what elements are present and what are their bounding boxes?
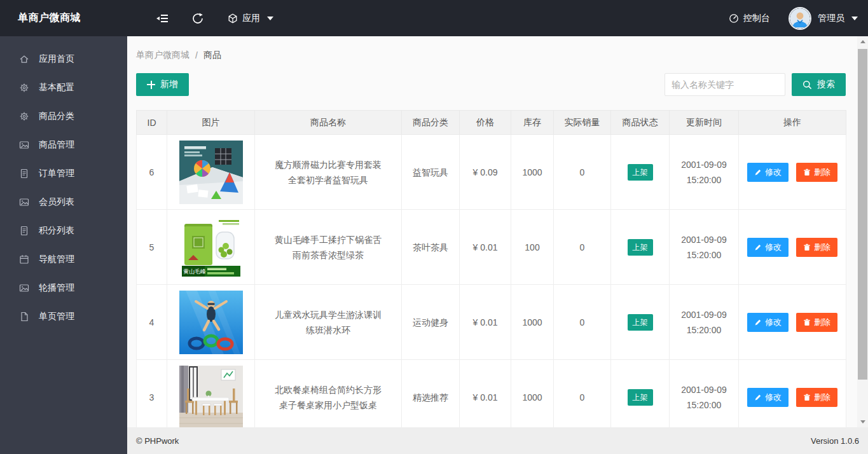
- sidebar-item-orders[interactable]: 订单管理: [0, 159, 127, 188]
- menu-fold-icon[interactable]: [156, 14, 168, 23]
- app-dropdown[interactable]: 应用: [228, 13, 273, 24]
- scrollbar-thumb[interactable]: [858, 49, 867, 380]
- user-name: 管理员: [818, 13, 844, 24]
- cell-sales: 0: [554, 360, 611, 428]
- delete-button[interactable]: 删除: [796, 163, 837, 182]
- sidebar-item-home[interactable]: 应用首页: [0, 45, 127, 73]
- sidebar-item-label: 会员列表: [39, 196, 74, 208]
- header-updated: 更新时间: [670, 111, 739, 135]
- search-button[interactable]: 搜索: [792, 73, 846, 96]
- product-image-swimming: [179, 291, 243, 354]
- cell-status: 上架: [611, 285, 670, 360]
- cell-sales: 0: [554, 285, 611, 360]
- toolbar: 新增 搜索: [136, 73, 846, 96]
- footer: © PHPwork Version 1.0.6: [127, 427, 868, 454]
- edit-button[interactable]: 修改: [747, 313, 789, 332]
- sidebar-item-label: 基本配置: [39, 82, 74, 93]
- cell-stock: 1000: [511, 360, 554, 428]
- delete-button-label: 删除: [814, 242, 830, 253]
- console-link[interactable]: 控制台: [729, 13, 770, 24]
- search-input[interactable]: [665, 73, 785, 96]
- calendar-icon: [19, 254, 29, 265]
- cell-updated: 2001-09-09 15:20:00: [670, 210, 739, 285]
- edit-button[interactable]: 修改: [747, 238, 789, 257]
- sidebar-item-pages[interactable]: 单页管理: [0, 302, 127, 331]
- sidebar-item-config[interactable]: 基本配置: [0, 73, 127, 102]
- delete-button[interactable]: 删除: [796, 313, 837, 332]
- table-row: 6: [137, 135, 846, 210]
- cell-actions: 修改 删除: [739, 135, 846, 210]
- delete-button-label: 删除: [814, 392, 830, 403]
- sidebar-item-label: 轮播管理: [39, 282, 74, 294]
- breadcrumb-separator: /: [195, 50, 198, 60]
- cell-category: 益智玩具: [402, 135, 460, 210]
- updated-time: 15:20:00: [670, 322, 738, 338]
- breadcrumb-root[interactable]: 单商户微商城: [136, 50, 189, 61]
- add-button-label: 新增: [160, 79, 178, 90]
- console-label: 控制台: [743, 13, 770, 24]
- caret-down-icon: [851, 17, 858, 20]
- add-button[interactable]: 新增: [136, 73, 189, 96]
- sidebar-item-members[interactable]: 会员列表: [0, 188, 127, 216]
- pencil-icon: [754, 244, 762, 251]
- edit-button[interactable]: 修改: [747, 388, 789, 407]
- cell-id: 5: [137, 210, 167, 285]
- cell-status: 上架: [611, 135, 670, 210]
- trash-icon: [803, 244, 811, 251]
- cell-id: 4: [137, 285, 167, 360]
- product-image-dining-table: [179, 366, 243, 428]
- cell-category: 茶叶茶具: [402, 210, 460, 285]
- cell-stock: 100: [511, 210, 554, 285]
- table-row: 5: [137, 210, 846, 285]
- image-icon: [19, 140, 29, 150]
- sidebar-item-navigation[interactable]: 导航管理: [0, 245, 127, 273]
- sidebar-item-label: 单页管理: [39, 311, 74, 322]
- cell-image: [167, 285, 255, 360]
- top-navbar: 单商户微商城 应用: [0, 0, 868, 36]
- sidebar: 应用首页 基本配置 商品分类 商品管理 订单管理: [0, 36, 127, 454]
- user-menu[interactable]: 管理员: [818, 13, 858, 24]
- cell-name: 北欧餐桌椅组合简约长方形桌子餐桌家用小户型饭桌: [255, 360, 402, 428]
- sidebar-item-points[interactable]: 积分列表: [0, 216, 127, 245]
- header-price: 价格: [460, 111, 511, 135]
- cell-category: 精选推荐: [402, 360, 460, 428]
- menu-fold-icon-glyph: [156, 14, 168, 23]
- pencil-icon: [754, 394, 762, 401]
- gear-icon: [19, 83, 29, 93]
- product-image-rubiks-cubes: [179, 141, 243, 204]
- trash-icon: [803, 319, 811, 326]
- image-icon: [19, 283, 29, 293]
- cell-actions: 修改 删除: [739, 285, 846, 360]
- refresh-icon-glyph: [192, 13, 203, 24]
- delete-button[interactable]: 删除: [796, 238, 837, 257]
- refresh-icon[interactable]: [192, 13, 203, 24]
- sidebar-item-carousel[interactable]: 轮播管理: [0, 273, 127, 302]
- cell-name: 魔方顺滑磁力比赛专用套装全套初学者益智玩具: [255, 135, 402, 210]
- avatar[interactable]: [790, 8, 810, 29]
- cell-price: ¥ 0.09: [460, 135, 511, 210]
- table-row: 3: [137, 360, 846, 428]
- scrollbar-down-arrow[interactable]: [857, 416, 868, 427]
- search-icon: [803, 80, 812, 90]
- sidebar-item-category[interactable]: 商品分类: [0, 102, 127, 130]
- edit-button-label: 修改: [765, 167, 782, 178]
- cell-price: ¥ 0.01: [460, 285, 511, 360]
- edit-button-label: 修改: [765, 317, 782, 328]
- delete-button[interactable]: 删除: [796, 388, 837, 407]
- updated-date: 2001-09-09: [670, 157, 738, 172]
- header-image: 图片: [167, 111, 255, 135]
- cell-status: 上架: [611, 360, 670, 428]
- cell-actions: 修改 删除: [739, 360, 846, 428]
- edit-button-label: 修改: [765, 242, 782, 253]
- cell-sales: 0: [554, 210, 611, 285]
- status-badge: 上架: [628, 164, 653, 181]
- edit-button[interactable]: 修改: [747, 163, 789, 182]
- sidebar-item-products[interactable]: 商品管理: [0, 130, 127, 159]
- updated-time: 15:20:00: [670, 247, 738, 263]
- gauge-icon: [729, 13, 739, 24]
- breadcrumb: 单商户微商城 / 商品: [136, 50, 857, 61]
- main-content: 单商户微商城 / 商品 新增 搜索: [127, 36, 857, 427]
- edit-button-label: 修改: [765, 392, 782, 403]
- scrollbar-up-arrow[interactable]: [857, 36, 868, 47]
- cell-image: 黄山毛峰: [167, 210, 255, 285]
